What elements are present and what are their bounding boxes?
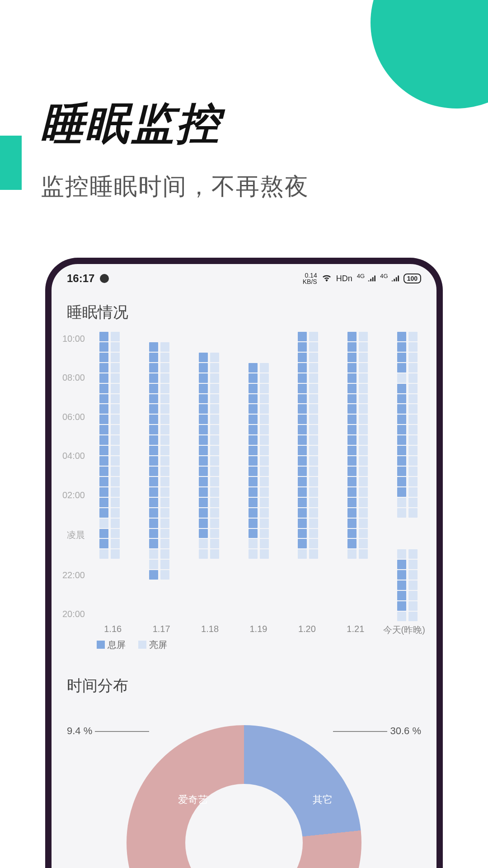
x-tick: 1.20 — [283, 624, 331, 636]
strip-screen-on — [210, 332, 219, 621]
strip-screen-on — [408, 332, 418, 621]
y-tick: 08:00 — [62, 373, 85, 383]
wifi-icon — [322, 273, 332, 284]
x-tick: 1.19 — [234, 624, 282, 636]
sleep-day-column — [388, 332, 427, 621]
callout-right: 30.6 % — [333, 725, 421, 737]
sleep-chart[interactable]: 10:0008:0006:0004:0002:00凌晨22:0020:00 1.… — [52, 329, 436, 653]
strip-screen-on — [111, 332, 120, 621]
y-tick: 10:00 — [62, 334, 85, 344]
sleep-legend: 息屏 亮屏 — [56, 636, 428, 651]
legend-swatch-on-icon — [138, 641, 146, 649]
strip-screen-off — [199, 332, 208, 621]
phone-screen: 16:17 0.14 KB/S HDn 4G 4G — [52, 264, 436, 868]
headline: 睡眠监控 监控睡眠时间，不再熬夜 — [41, 95, 309, 203]
x-tick: 今天(昨晚) — [380, 624, 428, 636]
y-tick: 06:00 — [62, 412, 85, 422]
strip-screen-on — [260, 332, 269, 621]
notification-dot-icon — [100, 274, 109, 283]
phone-frame: 16:17 0.14 KB/S HDn 4G 4G — [45, 258, 443, 868]
sleep-day-column — [289, 332, 328, 621]
sleep-columns — [89, 332, 428, 621]
strip-screen-off — [298, 332, 307, 621]
signal-1-icon: 4G — [357, 273, 375, 284]
battery-icon: 100 — [404, 274, 421, 283]
y-tick: 02:00 — [62, 490, 85, 500]
page-subtitle: 监控睡眠时间，不再熬夜 — [41, 171, 309, 203]
x-tick: 1.16 — [89, 624, 137, 636]
sleep-y-axis: 10:0008:0006:0004:0002:00凌晨22:0020:00 — [56, 332, 89, 621]
sleep-day-column — [189, 332, 228, 621]
strip-screen-off — [347, 332, 357, 621]
callout-left: 9.4 % — [67, 725, 149, 737]
sleep-day-column — [140, 332, 179, 621]
y-tick: 04:00 — [62, 451, 85, 461]
netspeed: 0.14 KB/S — [303, 272, 317, 285]
signal-2-icon: 4G — [380, 273, 399, 284]
accent-bar — [0, 136, 22, 190]
strip-screen-on — [160, 332, 169, 621]
dist-section-title: 时间分布 — [52, 653, 436, 703]
status-time: 16:17 — [67, 272, 94, 285]
x-tick: 1.17 — [137, 624, 185, 636]
sleep-section-title: 睡眠情况 — [52, 289, 436, 329]
y-tick: 22:00 — [62, 570, 85, 580]
y-tick: 20:00 — [62, 609, 85, 619]
status-bar: 16:17 0.14 KB/S HDn 4G 4G — [52, 264, 436, 289]
legend-swatch-off-icon — [97, 641, 105, 649]
strip-screen-off — [149, 332, 158, 621]
slice-label-iqiyi: 爱奇艺 — [178, 793, 208, 807]
hd-indicator: HDn — [336, 274, 352, 283]
strip-screen-off — [249, 332, 258, 621]
slice-label-other: 其它 — [313, 793, 333, 807]
y-tick: 凌晨 — [67, 529, 85, 541]
sleep-day-column — [338, 332, 377, 621]
strip-screen-on — [309, 332, 318, 621]
brand-dot — [371, 0, 488, 108]
strip-screen-on — [359, 332, 368, 621]
strip-screen-off — [397, 332, 406, 621]
strip-screen-off — [99, 332, 108, 621]
sleep-x-axis: 1.161.171.181.191.201.21今天(昨晚) — [56, 621, 428, 636]
sleep-day-column — [239, 332, 278, 621]
donut-chart[interactable]: 9.4 % 30.6 % 爱奇艺 其它 — [52, 707, 436, 868]
x-tick: 1.18 — [186, 624, 234, 636]
x-tick: 1.21 — [331, 624, 380, 636]
page-title: 睡眠监控 — [41, 95, 309, 154]
sleep-day-column — [90, 332, 129, 621]
